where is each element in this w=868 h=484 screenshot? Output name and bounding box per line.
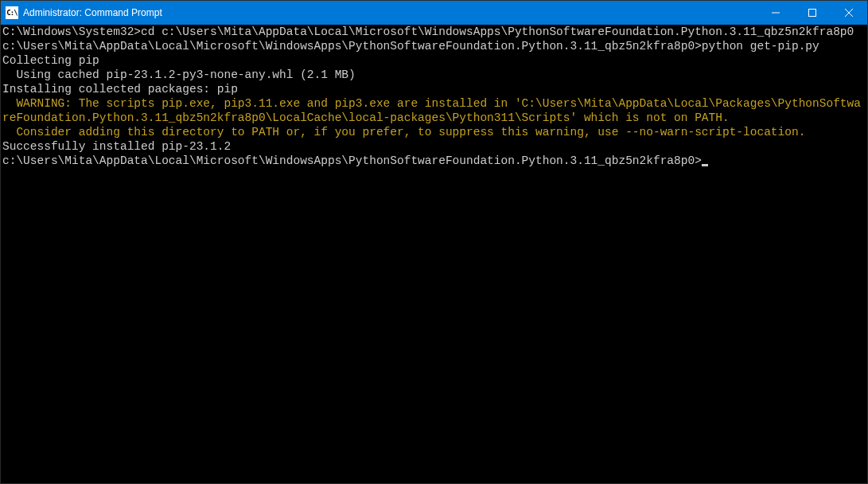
terminal-line: c:\Users\Mita\AppData\Local\Microsoft\Wi…: [2, 39, 866, 53]
terminal-area[interactable]: C:\Windows\System32>cd c:\Users\Mita\App…: [1, 25, 867, 483]
cursor: [702, 164, 708, 166]
maximize-icon: [808, 9, 816, 17]
maximize-button[interactable]: [794, 1, 831, 25]
command-text: python get-pip.py: [702, 40, 819, 53]
prompt-text: c:\Users\Mita\AppData\Local\Microsoft\Wi…: [2, 40, 702, 53]
terminal-line: Installing collected packages: pip: [2, 82, 866, 96]
terminal-warning-line: Consider adding this directory to PATH o…: [2, 125, 866, 139]
command-text: cd c:\Users\Mita\AppData\Local\Microsoft…: [141, 25, 854, 38]
prompt-text: c:\Users\Mita\AppData\Local\Microsoft\Wi…: [2, 154, 702, 167]
terminal-line: C:\Windows\System32>cd c:\Users\Mita\App…: [2, 25, 866, 39]
terminal-line: Using cached pip-23.1.2-py3-none-any.whl…: [2, 68, 866, 82]
close-icon: [845, 9, 853, 17]
window-controls: [757, 1, 867, 25]
titlebar[interactable]: C:\ Administrator: Command Prompt: [1, 1, 867, 25]
prompt-text: C:\Windows\System32>: [2, 25, 141, 38]
minimize-button[interactable]: [757, 1, 794, 25]
terminal-line: Successfully installed pip-23.1.2: [2, 139, 866, 154]
terminal-line: c:\Users\Mita\AppData\Local\Microsoft\Wi…: [2, 154, 866, 168]
app-icon-text: C:\: [6, 9, 17, 17]
terminal-warning-line: WARNING: The scripts pip.exe, pip3.11.ex…: [2, 96, 866, 125]
close-button[interactable]: [831, 1, 867, 25]
window-title: Administrator: Command Prompt: [23, 7, 757, 18]
minimize-icon: [772, 9, 780, 17]
terminal-line: Collecting pip: [2, 53, 866, 68]
svg-rect-1: [809, 10, 816, 17]
app-icon: C:\: [6, 6, 18, 19]
command-prompt-window: C:\ Administrator: Command Prompt C:\Win…: [0, 0, 868, 484]
